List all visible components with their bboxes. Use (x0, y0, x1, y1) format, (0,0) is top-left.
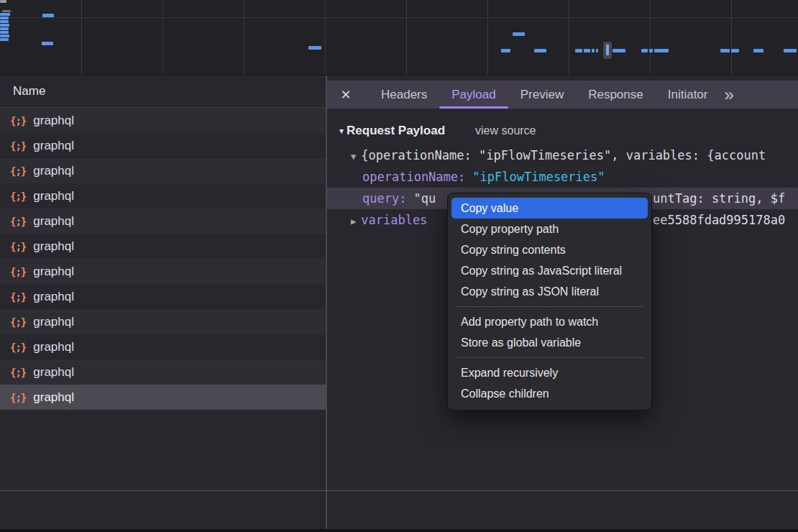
request-row-graphql[interactable]: {;}graphql (0, 259, 326, 284)
overview-horizontal-gridline (0, 17, 798, 18)
property-value-string: "ipFlowTimeseries" (472, 170, 605, 184)
section-disclosure-icon[interactable]: ▾ (339, 126, 344, 136)
menu-item-copy-property-path[interactable]: Copy property path (451, 219, 648, 239)
timeline-request-bar (0, 17, 9, 19)
summary-bar-divider (0, 490, 798, 491)
request-row-graphql[interactable]: {;}graphql (0, 158, 326, 183)
json-request-icon: {;} (10, 216, 26, 227)
timeline-request-bar (0, 38, 9, 41)
timeline-request-bar (0, 27, 9, 30)
property-key: variables (361, 213, 427, 227)
timeline-request-bar (641, 49, 648, 52)
timeline-request-bar (784, 49, 797, 52)
network-overview-timeline[interactable] (0, 0, 798, 75)
overview-vertical-gridline (244, 0, 244, 75)
overview-vertical-gridline (325, 0, 326, 75)
timeline-request-bar (575, 49, 582, 52)
menu-item-copy-value[interactable]: Copy value (451, 198, 648, 219)
overview-vertical-gridline (569, 0, 569, 75)
request-name-label: graphql (33, 164, 74, 178)
request-row-graphql[interactable]: {;}graphql (0, 359, 326, 385)
collapsed-arrow-icon[interactable]: ▶ (351, 211, 356, 231)
menu-item-copy-string-as-json-literal[interactable]: Copy string as JSON literal (451, 281, 648, 302)
timeline-request-bar (592, 49, 595, 52)
network-request-list: Name {;}graphql{;}graphql{;}graphql{;}gr… (0, 75, 326, 532)
more-tabs-icon[interactable]: » (724, 81, 732, 109)
request-name-label: graphql (33, 189, 74, 203)
request-name-label: graphql (33, 239, 74, 254)
request-name-label: graphql (33, 265, 74, 279)
request-name-label: graphql (33, 214, 74, 229)
timeline-request-bar (0, 0, 6, 3)
request-row-graphql[interactable]: {;}graphql (0, 385, 326, 410)
close-icon[interactable]: ✕ (337, 87, 354, 103)
menu-separator (455, 306, 644, 307)
property-key: query: (362, 191, 406, 206)
timeline-request-bar (0, 20, 9, 23)
timeline-request-bar (0, 31, 9, 34)
request-name-label: graphql (33, 290, 74, 304)
request-row-graphql[interactable]: {;}graphql (0, 183, 326, 208)
menu-item-copy-string-contents[interactable]: Copy string contents (451, 239, 648, 260)
request-name-label: graphql (33, 390, 74, 405)
request-row-graphql[interactable]: {;}graphql (0, 133, 326, 158)
timeline-request-bar (2, 10, 11, 12)
timeline-selected-marker-bar (606, 45, 609, 55)
json-request-icon: {;} (10, 115, 26, 127)
timeline-request-bar (42, 14, 54, 17)
timeline-request-bar (501, 49, 510, 52)
tab-headers[interactable]: Headers (369, 81, 439, 109)
tree-row-operation-name[interactable]: operationName:"ipFlowTimeseries" (327, 166, 798, 188)
json-request-icon: {;} (10, 165, 26, 177)
menu-item-expand-recursively[interactable]: Expand recursively (451, 362, 648, 383)
request-row-graphql[interactable]: {;}graphql (0, 334, 326, 359)
tree-row-root[interactable]: ▼{operationName: "ipFlowTimeseries", var… (327, 145, 798, 166)
property-key: operationName: (362, 170, 465, 184)
tab-payload[interactable]: Payload (439, 81, 508, 109)
overview-vertical-gridline (406, 0, 407, 75)
view-source-link[interactable]: view source (475, 124, 536, 137)
timeline-request-bar (584, 49, 590, 52)
timeline-request-bar (649, 49, 653, 52)
json-request-icon: {;} (10, 241, 26, 252)
property-value-left-fragment: "qu (413, 191, 436, 206)
menu-item-copy-string-as-javascript-literal[interactable]: Copy string as JavaScript literal (451, 260, 648, 281)
root-preview-text: {operationName: "ipFlowTimeseries", vari… (361, 148, 766, 162)
menu-item-store-as-global-variable[interactable]: Store as global variable (451, 332, 648, 353)
name-column-header[interactable]: Name (0, 75, 326, 108)
section-title[interactable]: Request Payload (347, 124, 445, 138)
timeline-request-bar (613, 49, 625, 52)
request-row-graphql[interactable]: {;}graphql (0, 234, 326, 259)
request-row-graphql[interactable]: {;}graphql (0, 108, 326, 133)
tab-initiator[interactable]: Initiator (656, 81, 720, 109)
tab-response[interactable]: Response (576, 81, 656, 109)
detail-tab-bar: ✕ HeadersPayloadPreviewResponseInitiator… (327, 81, 798, 109)
timeline-request-bar (654, 49, 669, 52)
variables-preview-fragment: ee5588fdad995178a0 (653, 209, 785, 231)
property-value-right-fragment: untTag: string, $f (653, 188, 785, 209)
context-menu: Copy valueCopy property pathCopy string … (447, 193, 652, 411)
json-request-icon: {;} (10, 341, 26, 353)
timeline-request-bar (42, 42, 53, 45)
window-bottom-edge (0, 529, 798, 532)
timeline-request-bar (0, 13, 10, 16)
request-row-graphql[interactable]: {;}graphql (0, 208, 326, 234)
request-name-label: graphql (33, 365, 74, 380)
tab-preview[interactable]: Preview (508, 81, 576, 109)
menu-item-add-property-path-to-watch[interactable]: Add property path to watch (451, 311, 648, 332)
timeline-request-bar (596, 49, 598, 52)
menu-separator (455, 357, 644, 358)
timeline-request-bar (513, 32, 525, 36)
request-row-graphql[interactable]: {;}graphql (0, 309, 326, 334)
timeline-request-bar (0, 24, 9, 27)
panel-divider[interactable] (326, 75, 327, 532)
timeline-request-bar (534, 49, 546, 52)
request-row-graphql[interactable]: {;}graphql (0, 284, 326, 309)
timeline-request-bar (731, 49, 739, 52)
menu-item-collapse-children[interactable]: Collapse children (451, 383, 648, 404)
overview-vertical-gridline (487, 0, 488, 75)
request-name-label: graphql (33, 114, 74, 128)
timeline-request-bar (720, 49, 730, 52)
timeline-request-bar (753, 49, 763, 52)
expanded-arrow-icon[interactable]: ▼ (351, 146, 356, 166)
